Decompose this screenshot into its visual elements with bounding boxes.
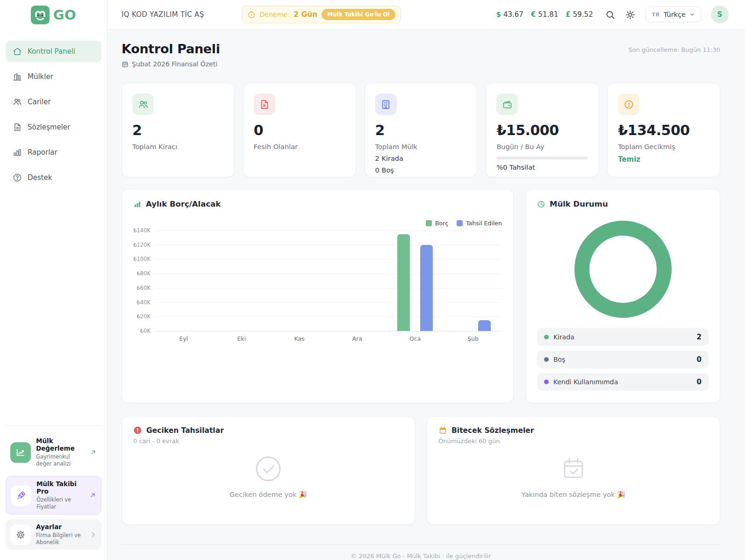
sidebar-item-raporlar[interactable]: Raporlar — [6, 142, 101, 163]
calendar-check-icon — [560, 456, 587, 482]
y-tick-label: ₺60K — [137, 285, 151, 291]
bar-chart-card: Aylık Borç/Alacak Borç Tahsil Edilen — [122, 189, 514, 403]
bar-group-Eyl — [155, 230, 213, 331]
check-circle-icon — [255, 456, 281, 482]
legend-dot — [544, 335, 549, 339]
overdue-subtitle: 0 cari - 0 evrak — [133, 438, 403, 445]
donut-ring — [574, 221, 672, 318]
overdue-title: Geciken Tahsilatlar — [146, 426, 224, 435]
stat-value: 2 — [132, 122, 224, 138]
y-tick-label: ₺120K — [133, 242, 150, 248]
y-tick-label: ₺100K — [133, 256, 150, 262]
arrow-up-right-icon — [90, 449, 97, 456]
bar-chart-yaxis: ₺140K₺120K₺100K₺80K₺60K₺40K₺20K₺0K — [133, 230, 155, 331]
chevron-down-icon — [689, 12, 695, 17]
y-tick-label: ₺0K — [140, 328, 150, 334]
stat-card-fesih-olanlar: 0 Fesih Olanlar — [243, 83, 356, 177]
promo-ayarlar[interactable]: Ayarlar Firma Bilgileri ve Abonelik — [6, 519, 101, 550]
charts-row: Aylık Borç/Alacak Borç Tahsil Edilen — [122, 189, 720, 403]
stat-value: ₺134.500 — [618, 122, 709, 138]
bottom-cards-row: Geciken Tahsilatlar 0 cari - 0 evrak Gec… — [122, 416, 720, 525]
stat-label: Toplam Kiracı — [132, 143, 224, 151]
expiring-contracts-card: Bitecek Sözleşmeler Önümüzdeki 60 gün Ya… — [427, 416, 720, 525]
page-subtitle-row: Şubat 2026 Finansal Özeti — [122, 60, 220, 68]
stat-value: 2 — [375, 122, 467, 138]
theme-sun-icon[interactable] — [625, 10, 635, 20]
promo-mulk-degerleme[interactable]: Mülk Değerleme Gayrimenkul değer analizi — [6, 433, 101, 471]
pie-chart-icon — [537, 200, 545, 208]
sidebar-item-destek[interactable]: Destek — [6, 167, 101, 188]
y-tick-label: ₺80K — [137, 270, 151, 277]
contracts-title: Bitecek Sözleşmeler — [451, 426, 534, 435]
language-selector[interactable]: TR Türkçe — [645, 7, 702, 22]
donut-chart-title: Mülk Durumu — [550, 200, 608, 208]
legend-swatch — [457, 220, 463, 226]
promo-title: Mülk Değerleme — [36, 437, 85, 452]
chart-line-icon — [10, 442, 31, 463]
legend-borc: Borç — [426, 220, 448, 227]
stat-detail-kirada: 2 Kirada — [375, 155, 467, 162]
sidebar-item-sozlesmeler[interactable]: Sözleşmeler — [6, 116, 101, 138]
calendar-icon — [122, 61, 129, 68]
chart-bars-icon — [133, 200, 142, 208]
bar-group-Oca — [386, 230, 444, 331]
gridline — [155, 331, 502, 331]
app-root: GO Kontrol Paneli Mülkler Cariler — [0, 0, 745, 560]
last-update: Son güncelleme: Bugün 11:30 — [629, 46, 720, 53]
users-icon — [132, 93, 154, 115]
clock-icon — [247, 10, 256, 19]
trial-label: Deneme: — [260, 11, 290, 18]
stat-label: Fesih Olanlar — [254, 143, 345, 151]
promo-mulk-takibi-pro[interactable]: Mülk Takibi Pro Özellikleri ve Fiyatlar — [6, 476, 101, 515]
page-title: Kontrol Paneli — [122, 42, 220, 56]
bar-chart-plot: ₺140K₺120K₺100K₺80K₺60K₺40K₺20K₺0K — [133, 230, 502, 331]
bar-chart-bars — [155, 230, 502, 331]
language-code: TR — [652, 12, 660, 18]
home-icon — [13, 47, 22, 56]
promo-subtitle: Özellikleri ve Fiyatlar — [36, 496, 84, 510]
rate-gbp: £ 59.52 — [566, 10, 593, 19]
x-tick-label: Eyl — [155, 335, 213, 342]
collection-progress — [496, 157, 588, 159]
brand-logo[interactable]: GO — [0, 0, 107, 29]
x-tick-label: Oca — [386, 335, 444, 342]
gear-icon — [10, 524, 31, 545]
overdue-empty-text: Geciken ödeme yok 🎉 — [229, 491, 307, 499]
rocket-icon — [11, 485, 31, 506]
stat-cards-row: 2 Toplam Kiracı 0 Fesih Olanlar 2 Toplam… — [122, 83, 720, 177]
donut-chart-card: Mülk Durumu Kirada 2 Boş — [525, 189, 720, 403]
sidebar-item-cariler[interactable]: Cariler — [6, 91, 101, 113]
sidebar-item-mulkler[interactable]: Mülkler — [6, 66, 101, 87]
stat-label: Toplam Gecikmiş — [618, 143, 709, 151]
footer-text: © 2026 Mülk Go - Mülk Takibi · ile güçle… — [122, 544, 720, 560]
stat-label: Toplam Mülk — [375, 143, 467, 151]
alert-circle-icon — [618, 93, 639, 115]
stat-card-bugun-bu-ay: ₺15.000 Bugün / Bu Ay %0 Tahsilat — [486, 83, 599, 177]
content-column: IQ KOD YAZILIM TİC AŞ Deneme: 2 Gün Mülk… — [107, 0, 745, 560]
search-icon[interactable] — [605, 10, 615, 20]
help-circle-icon — [13, 173, 22, 182]
upgrade-button[interactable]: Mülk Takibi Go'lu Ol — [322, 9, 395, 20]
stat-value: 0 — [254, 122, 345, 138]
document-icon — [13, 122, 22, 132]
wallet-icon — [496, 93, 518, 115]
trial-days: 2 Gün — [294, 10, 317, 19]
x-tick-label: Ara — [328, 335, 386, 342]
sidebar-item-label: Cariler — [28, 98, 51, 106]
stat-label: Bugün / Bu Ay — [496, 143, 588, 151]
bar-group-Eki — [213, 230, 271, 331]
file-x-icon — [254, 93, 275, 115]
overdue-payments-card: Geciken Tahsilatlar 0 cari - 0 evrak Gec… — [122, 416, 415, 525]
bar-chart-legend: Borç Tahsil Edilen — [133, 220, 502, 227]
building-icon — [375, 93, 397, 115]
sidebar-item-label: Raporlar — [28, 148, 57, 157]
promo-subtitle: Firma Bilgileri ve Abonelik — [36, 532, 85, 546]
sidebar-item-kontrol-paneli[interactable]: Kontrol Paneli — [6, 41, 101, 62]
contracts-empty-text: Yakında biten sözleşme yok 🎉 — [522, 491, 625, 499]
bar-group-Kas — [271, 230, 329, 331]
bar-group-Şub — [444, 230, 502, 331]
avatar[interactable]: S — [711, 6, 729, 23]
y-tick-label: ₺40K — [137, 299, 151, 306]
brand-logo-icon — [31, 6, 50, 24]
legend-tahsil-edilen: Tahsil Edilen — [457, 220, 502, 227]
